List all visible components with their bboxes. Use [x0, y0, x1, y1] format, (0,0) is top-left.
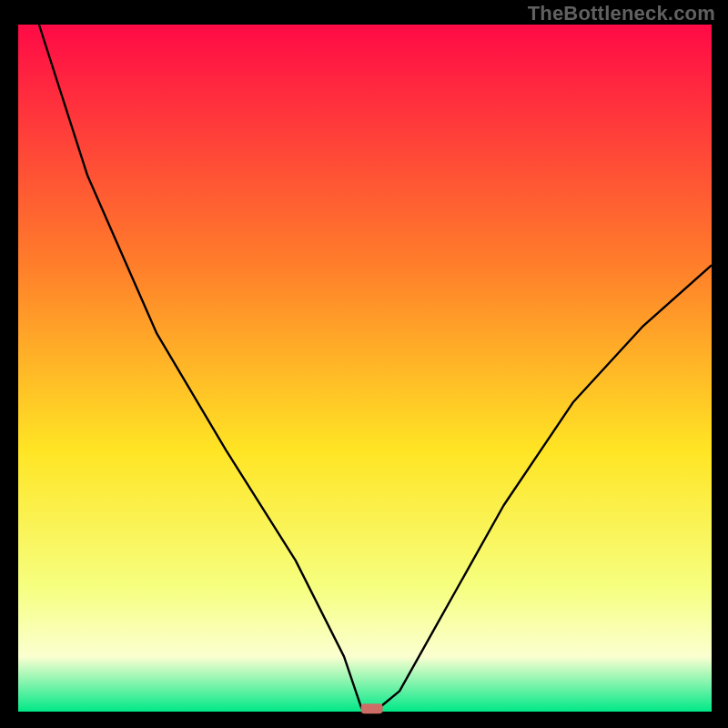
optimal-marker [361, 703, 383, 713]
chart-frame: TheBottleneck.com [0, 0, 728, 728]
bottleneck-chart [0, 0, 728, 728]
watermark-text: TheBottleneck.com [528, 2, 715, 25]
plot-background [18, 25, 712, 712]
